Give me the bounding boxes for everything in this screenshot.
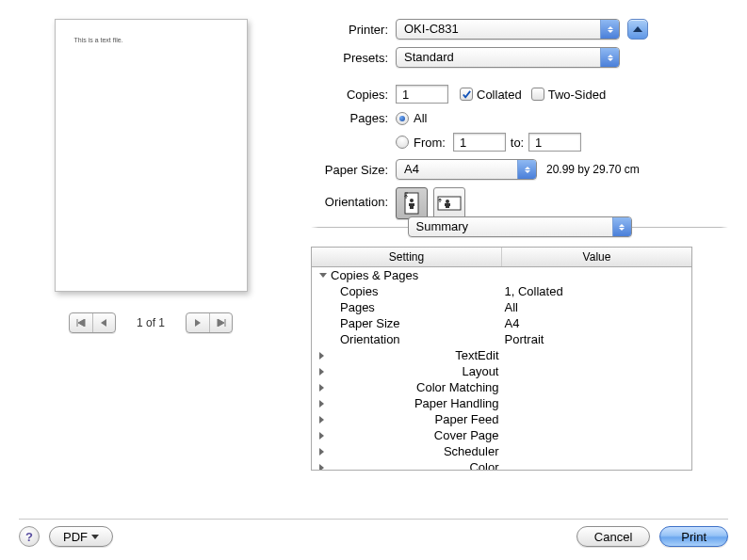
portrait-icon <box>402 192 421 215</box>
printer-select[interactable]: OKI-C831 <box>396 19 620 40</box>
collapse-dialog-button[interactable] <box>627 19 648 40</box>
pages-to-input[interactable] <box>528 133 581 152</box>
summary-header-setting[interactable]: Setting <box>312 248 502 266</box>
pages-label: Pages: <box>311 111 396 125</box>
orientation-label: Orientation: <box>311 187 396 209</box>
section-selected: Summary <box>416 219 469 233</box>
summary-group[interactable]: Paper Feed <box>312 411 691 427</box>
svg-point-5 <box>446 200 449 203</box>
presets-selected: Standard <box>404 50 454 64</box>
paper-size-dims: 20.99 by 29.70 cm <box>546 163 640 176</box>
chevron-down-icon <box>91 535 99 539</box>
summary-row: PagesAll <box>312 299 691 315</box>
pdf-menu-button[interactable]: PDF <box>49 526 113 547</box>
collated-checkbox[interactable] <box>460 88 473 101</box>
presets-label: Presets: <box>311 51 396 65</box>
pages-all-label: All <box>414 111 427 125</box>
section-select[interactable]: Summary <box>408 216 632 237</box>
summary-table: Setting Value Copies & Pages Copies1, Co… <box>311 247 692 471</box>
collated-label: Collated <box>477 88 522 102</box>
print-preview: This is a text file. <box>55 19 248 292</box>
summary-group[interactable]: TextEdit <box>312 347 691 363</box>
paper-size-select[interactable]: A4 <box>396 159 537 180</box>
copies-input[interactable] <box>396 85 448 104</box>
summary-group[interactable]: Color Matching <box>312 379 691 395</box>
paper-size-selected: A4 <box>404 162 419 176</box>
paper-size-label: Paper Size: <box>311 163 396 177</box>
summary-header-value[interactable]: Value <box>502 248 691 266</box>
printer-label: Printer: <box>311 23 396 37</box>
next-page-button[interactable] <box>187 313 209 332</box>
svg-rect-7 <box>445 203 450 206</box>
summary-row: OrientationPortrait <box>312 331 691 347</box>
summary-group[interactable]: Layout <box>312 363 691 379</box>
summary-row: Paper SizeA4 <box>312 315 691 331</box>
copies-label: Copies: <box>311 88 396 102</box>
two-sided-checkbox[interactable] <box>531 88 544 101</box>
last-page-button[interactable] <box>209 313 232 332</box>
page-nav-back-group <box>69 312 116 333</box>
summary-group-copies-pages[interactable]: Copies & Pages <box>312 267 691 283</box>
printer-selected: OKI-C831 <box>404 22 459 36</box>
svg-rect-3 <box>409 203 414 206</box>
summary-group[interactable]: Color <box>312 459 691 470</box>
pages-to-label: to: <box>506 136 528 150</box>
pages-all-radio[interactable] <box>396 112 409 125</box>
print-button[interactable]: Print <box>659 526 728 547</box>
summary-row: Copies1, Collated <box>312 283 691 299</box>
help-button[interactable]: ? <box>19 526 40 547</box>
summary-group[interactable]: Paper Handling <box>312 395 691 411</box>
summary-group[interactable]: Cover Page <box>312 427 691 443</box>
prev-page-button[interactable] <box>92 313 115 332</box>
first-page-button[interactable] <box>70 313 92 332</box>
summary-group[interactable]: Scheduler <box>312 443 691 459</box>
svg-point-1 <box>410 199 414 202</box>
pages-range-radio[interactable] <box>396 136 409 149</box>
orientation-portrait-button[interactable] <box>396 187 428 219</box>
presets-select[interactable]: Standard <box>396 47 620 68</box>
two-sided-label: Two-Sided <box>548 88 606 102</box>
page-nav-forward-group <box>186 312 233 333</box>
footer-separator <box>19 519 728 520</box>
page-indicator: 1 of 1 <box>137 316 165 329</box>
pages-from-input[interactable] <box>453 133 506 152</box>
orientation-landscape-button[interactable] <box>433 187 465 219</box>
preview-doc-text: This is a text file. <box>74 37 123 43</box>
cancel-button[interactable]: Cancel <box>576 526 650 547</box>
pages-from-label: From: <box>414 136 453 150</box>
landscape-icon <box>437 194 462 213</box>
